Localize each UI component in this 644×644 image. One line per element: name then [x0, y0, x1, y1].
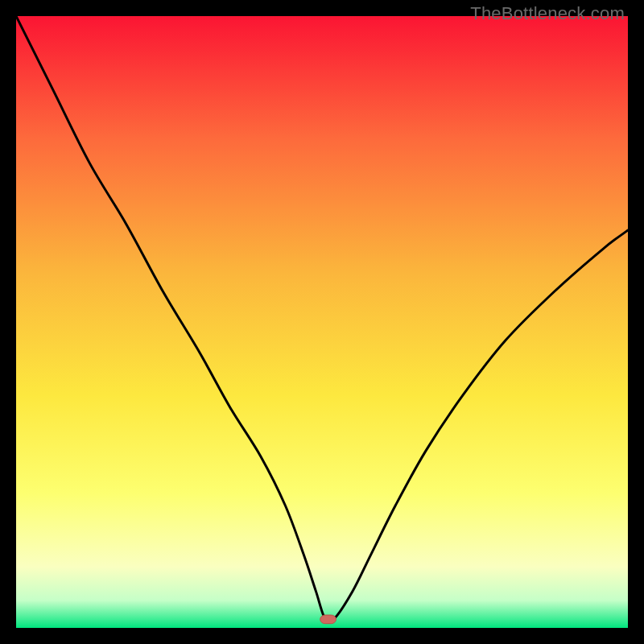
chart-frame [16, 16, 628, 628]
chart-svg [16, 16, 628, 628]
gradient-background [16, 16, 628, 628]
watermark-text: TheBottleneck.com [470, 3, 625, 24]
optimal-point-marker [320, 615, 336, 624]
